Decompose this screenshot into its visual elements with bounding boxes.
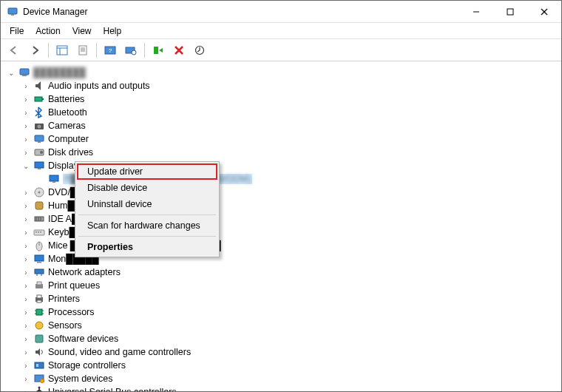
chevron-right-icon[interactable]: › [21,281,30,290]
camera-icon [33,120,45,132]
tree-node-printqueue[interactable]: ›Print queues [4,279,558,292]
tree-node-computer[interactable]: ›Computer [4,132,558,146]
chevron-right-icon[interactable]: › [21,108,30,117]
monitor-icon [33,253,45,265]
close-button[interactable] [527,1,561,23]
svg-rect-21 [20,69,29,75]
svg-rect-22 [22,75,27,76]
context-menu-disable-device[interactable]: Disable device [77,180,217,196]
app-icon [7,6,18,18]
tree-node-sound[interactable]: ›Sound, video and game controllers [4,345,558,359]
tree-label: Print queues [48,280,100,291]
chevron-right-icon[interactable]: › [21,388,30,391]
svg-rect-44 [38,232,39,233]
chevron-right-icon[interactable]: › [21,294,30,303]
software-icon [33,333,45,345]
hid-icon [33,200,45,212]
toolbar-show-hidden-button[interactable] [53,41,71,59]
chevron-right-icon[interactable]: › [21,121,30,130]
chevron-down-icon[interactable]: ⌄ [7,68,16,77]
menu-view[interactable]: View [67,24,98,38]
toolbar-scan-button[interactable] [122,41,140,59]
tree-label: Batteries [48,94,84,104]
tree-node-bluetooth[interactable]: ›Bluetooth [4,106,558,119]
dvd-icon [33,186,45,198]
tree-label: Universal Serial Bus controllers [48,387,177,391]
chevron-right-icon[interactable]: › [21,374,30,383]
tree-node-disk[interactable]: ›Disk drives [4,146,558,159]
forward-button[interactable] [26,41,44,59]
back-button[interactable] [5,41,23,59]
tree-node-sensor[interactable]: ›Sensors [4,319,558,332]
chevron-right-icon[interactable]: › [21,228,30,237]
svg-rect-66 [36,364,38,367]
menu-help[interactable]: Help [98,24,128,38]
context-menu-separator [78,236,216,237]
svg-rect-24 [42,98,44,100]
chevron-down-icon[interactable]: ⌄ [21,161,30,170]
tree-label: Network adapters [48,267,121,277]
menu-action[interactable]: Action [30,24,66,38]
tree-node-storage[interactable]: ›Storage controllers [4,359,558,372]
tree-label: Sensors [48,320,82,331]
chevron-right-icon[interactable]: › [21,268,30,277]
context-menu-scan-for-hardware-changes[interactable]: Scan for hardware changes [77,217,217,234]
chevron-right-icon[interactable]: › [21,214,30,223]
tree-label: Storage controllers [48,360,126,371]
tree-node-printer[interactable]: ›Printers [4,292,558,305]
chevron-right-icon[interactable]: › [21,361,30,370]
chevron-right-icon[interactable]: › [21,321,30,330]
tree-node-software[interactable]: ›Software devices [4,332,558,345]
tree-node-system[interactable]: ›System devices [4,372,558,385]
tree-root-node[interactable]: ⌄████████ [4,66,558,79]
context-menu-uninstall-device[interactable]: Uninstall device [77,196,217,212]
maximize-button[interactable] [493,1,527,23]
sound-icon [33,346,45,358]
context-menu-update-driver[interactable]: Update driver [77,163,217,180]
svg-rect-50 [35,269,44,274]
tree-node-usb[interactable]: ›Universal Serial Bus controllers [4,385,558,391]
device-tree[interactable]: ⌄████████›Audio inputs and outputs›Batte… [1,61,561,391]
toolbar: ? [1,39,561,61]
chevron-right-icon[interactable]: › [21,188,30,197]
tree-node-camera[interactable]: ›Cameras [4,119,558,132]
toolbar-uninstall-button[interactable] [170,41,188,59]
chevron-right-icon[interactable]: › [21,254,30,263]
chevron-right-icon[interactable]: › [21,148,30,157]
toolbar-update-button[interactable] [191,41,209,59]
chevron-right-icon[interactable]: › [21,135,30,143]
toolbar-enable-button[interactable] [149,41,167,59]
chevron-right-icon[interactable]: › [21,308,30,317]
svg-rect-9 [79,46,87,55]
toolbar-properties-button[interactable] [74,41,92,59]
tree-node-audio[interactable]: ›Audio inputs and outputs [4,79,558,92]
chevron-right-icon[interactable]: › [21,241,30,250]
display-icon [48,173,60,185]
svg-rect-64 [35,335,43,342]
bluetooth-icon [33,107,45,118]
tree-node-network[interactable]: ›Network adapters [4,266,558,279]
toolbar-help-button[interactable]: ? [101,41,119,59]
svg-rect-57 [37,300,41,303]
ide-icon [33,213,45,225]
disk-icon [33,146,45,158]
chevron-right-icon[interactable]: › [21,95,30,104]
menu-file[interactable]: File [4,24,30,38]
toolbar-separator [96,43,97,58]
chevron-right-icon[interactable]: › [21,81,30,90]
tree-node-cpu[interactable]: ›Processors [4,305,558,319]
chevron-right-icon[interactable]: › [21,348,30,356]
context-menu: Update driverDisable deviceUninstall dev… [75,161,220,257]
tree-node-battery[interactable]: ›Batteries [4,92,558,106]
svg-rect-31 [35,162,44,168]
svg-rect-45 [40,232,41,233]
chevron-right-icon[interactable]: › [21,334,30,343]
chevron-right-icon[interactable]: › [21,201,30,210]
context-menu-properties[interactable]: Properties [77,239,217,255]
minimize-button[interactable] [459,1,493,23]
display-icon [33,160,45,172]
svg-rect-37 [35,202,43,209]
svg-point-69 [38,387,41,389]
svg-point-26 [38,125,41,129]
svg-point-16 [132,50,136,55]
